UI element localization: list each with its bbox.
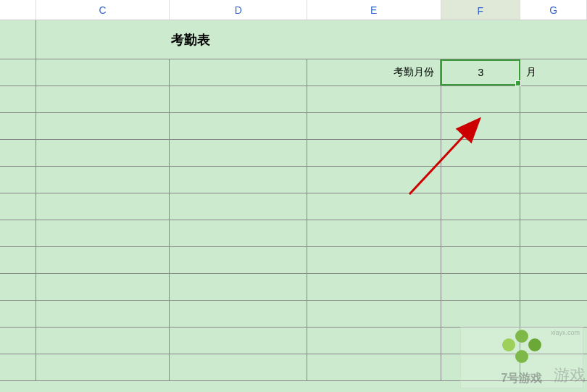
cell[interactable] [307,220,441,246]
table-row [0,274,587,301]
table-row [0,328,587,354]
cell[interactable] [36,247,170,273]
cell[interactable] [170,354,307,380]
cell[interactable] [0,220,36,246]
cell[interactable] [307,328,441,354]
cell[interactable] [170,167,307,193]
cell[interactable] [441,140,521,166]
cell[interactable] [0,167,36,193]
table-row [0,354,587,381]
cell[interactable] [170,86,307,112]
cell[interactable] [170,193,307,220]
cell[interactable] [441,113,521,139]
table-row [0,167,587,193]
cell[interactable] [307,301,441,327]
table-row [0,301,587,328]
cell[interactable] [36,140,170,166]
title-cell[interactable]: 考勤表 [36,20,344,59]
table-row [0,247,587,274]
month-value-cell[interactable]: 3 [441,59,520,86]
cell[interactable] [36,274,170,300]
sheet-title: 考勤表 [171,31,210,49]
cell[interactable] [0,140,36,166]
cell[interactable] [441,354,521,380]
cell[interactable] [36,220,170,246]
watermark-side: 游戏 [554,364,586,386]
cell[interactable] [36,193,170,220]
cell[interactable] [36,86,170,112]
cell[interactable] [441,86,521,112]
cell[interactable] [0,301,36,327]
cell[interactable] [307,113,441,139]
table-row [0,86,587,113]
cell[interactable] [520,140,587,166]
cell[interactable] [170,113,307,139]
col-header-g[interactable]: G [520,0,587,20]
month-label-cell[interactable]: 考勤月份 [307,59,441,86]
cell[interactable] [0,328,36,354]
cell[interactable] [344,20,587,59]
cell[interactable] [520,301,587,327]
cell[interactable] [170,140,307,166]
cell[interactable] [170,274,307,300]
cell[interactable] [307,193,441,220]
cell[interactable] [520,167,587,193]
cell[interactable] [441,193,521,220]
table-row [0,113,587,140]
cell[interactable] [36,328,170,354]
spreadsheet-grid[interactable]: 考勤表 考勤月份 3 月 [0,20,587,392]
cell[interactable] [36,59,170,86]
cell[interactable] [0,274,36,300]
col-header-d[interactable]: D [170,0,307,20]
cell[interactable] [170,59,307,86]
col-header-e[interactable]: E [307,0,441,20]
cell[interactable] [520,328,587,354]
cell[interactable] [307,354,441,380]
cell[interactable] [170,247,307,273]
cell[interactable] [0,247,36,273]
cell[interactable] [0,354,36,380]
col-header-blank[interactable] [0,0,36,20]
cell[interactable] [520,113,587,139]
cell[interactable] [441,274,521,300]
cell[interactable] [170,328,307,354]
table-row [0,220,587,247]
cell[interactable] [520,193,587,220]
col-header-c[interactable]: C [36,0,170,20]
cell[interactable] [520,247,587,273]
cell[interactable] [520,220,587,246]
cell[interactable] [36,113,170,139]
cell[interactable] [170,220,307,246]
table-row [0,140,587,167]
cell[interactable] [0,86,36,112]
cell[interactable] [441,220,521,246]
cell[interactable] [441,301,521,327]
cell[interactable] [307,167,441,193]
column-header-row: C D E F G [0,0,587,20]
cell[interactable] [520,86,587,112]
table-row: 考勤月份 3 月 [0,59,587,86]
cell[interactable] [170,301,307,327]
month-suffix-cell[interactable]: 月 [520,59,587,86]
cell[interactable] [36,354,170,380]
col-header-f[interactable]: F [441,0,521,20]
cell[interactable] [307,86,441,112]
cell[interactable] [36,167,170,193]
cell[interactable] [0,59,36,86]
cell[interactable] [307,140,441,166]
table-row [0,193,587,220]
cell[interactable] [307,274,441,300]
cell[interactable] [36,301,170,327]
cell[interactable] [307,247,441,273]
cell[interactable] [0,20,36,59]
cell[interactable] [441,328,521,354]
cell[interactable] [0,193,36,220]
cell[interactable] [441,247,521,273]
table-row: 考勤表 [0,20,587,59]
cell[interactable] [520,274,587,300]
cell[interactable] [0,113,36,139]
cell[interactable] [441,167,521,193]
